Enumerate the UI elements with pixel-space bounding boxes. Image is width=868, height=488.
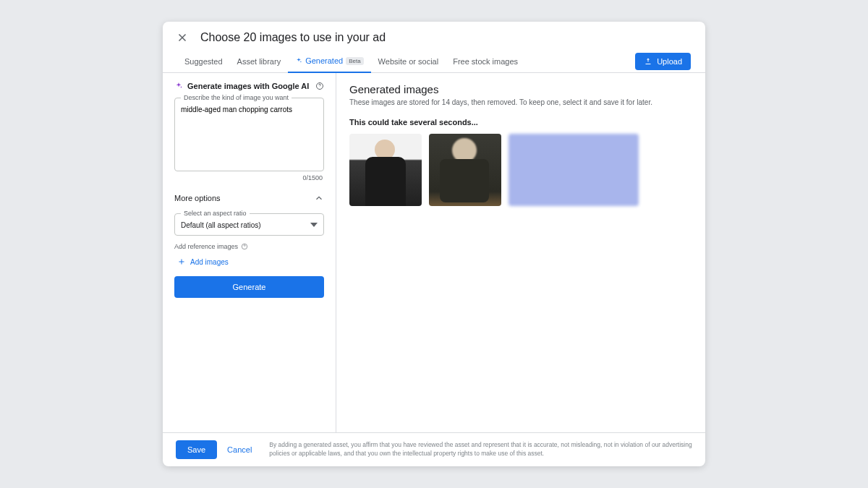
generated-image-thumbnail[interactable] [349, 134, 422, 206]
generate-button[interactable]: Generate [174, 276, 324, 298]
more-options-toggle[interactable]: More options [174, 187, 324, 209]
upload-label: Upload [657, 57, 682, 66]
modal-title: Choose 20 images to use in your ad [200, 31, 386, 44]
generated-image-placeholder [509, 134, 639, 206]
plus-icon [177, 257, 186, 266]
prompt-field: Describe the kind of image you want [174, 98, 324, 171]
ai-title: Generate images with Google AI [187, 82, 311, 90]
char-count: 0/1500 [174, 173, 324, 187]
aspect-ratio-select[interactable]: Default (all aspect ratios) [175, 214, 323, 235]
tab-generated[interactable]: Generated Beta [288, 50, 370, 73]
add-images-label: Add images [190, 258, 229, 266]
prompt-input[interactable] [175, 98, 323, 168]
cancel-button[interactable]: Cancel [227, 445, 252, 454]
more-options-label: More options [174, 194, 221, 202]
results-title: Generated images [349, 83, 692, 95]
help-icon[interactable] [241, 243, 248, 250]
help-icon[interactable] [315, 82, 324, 90]
tab-website-social[interactable]: Website or social [371, 50, 446, 73]
upload-icon [644, 57, 652, 66]
upload-button[interactable]: Upload [635, 53, 691, 70]
tab-free-stock[interactable]: Free stock images [446, 50, 525, 73]
tab-bar: Suggested Asset library Generated Beta W… [163, 50, 705, 73]
generated-image-thumbnail[interactable] [429, 134, 501, 206]
aspect-ratio-label: Select an aspect ratio [181, 210, 250, 217]
results-subtitle: These images are stored for 14 days, the… [349, 98, 692, 106]
modal-header: Choose 20 images to use in your ad [163, 22, 705, 50]
modal-footer: Save Cancel By adding a generated asset,… [163, 432, 705, 466]
close-icon[interactable] [176, 31, 189, 44]
generated-images-row [349, 134, 692, 206]
aspect-ratio-field: Select an aspect ratio Default (all aspe… [174, 213, 324, 236]
tab-suggested[interactable]: Suggested [177, 50, 230, 73]
chevron-up-icon [314, 193, 324, 203]
reference-images-label: Add reference images [174, 243, 324, 250]
prompt-label: Describe the kind of image you want [181, 94, 292, 101]
tab-generated-label: Generated [305, 56, 343, 65]
add-reference-images-button[interactable]: Add images [174, 254, 324, 276]
ai-header: Generate images with Google AI [174, 82, 324, 90]
sparkle-icon [295, 57, 302, 64]
save-button[interactable]: Save [176, 440, 217, 459]
loading-text: This could take several seconds... [349, 118, 692, 127]
generate-panel: Generate images with Google AI Describe … [163, 73, 336, 432]
modal-body: Generate images with Google AI Describe … [163, 73, 705, 432]
results-panel: Generated images These images are stored… [336, 73, 705, 432]
image-picker-modal: Choose 20 images to use in your ad Sugge… [163, 22, 705, 466]
disclaimer-text: By adding a generated asset, you affirm … [269, 441, 692, 458]
beta-badge: Beta [346, 57, 363, 65]
sparkle-icon [174, 82, 183, 90]
tab-asset-library[interactable]: Asset library [230, 50, 289, 73]
